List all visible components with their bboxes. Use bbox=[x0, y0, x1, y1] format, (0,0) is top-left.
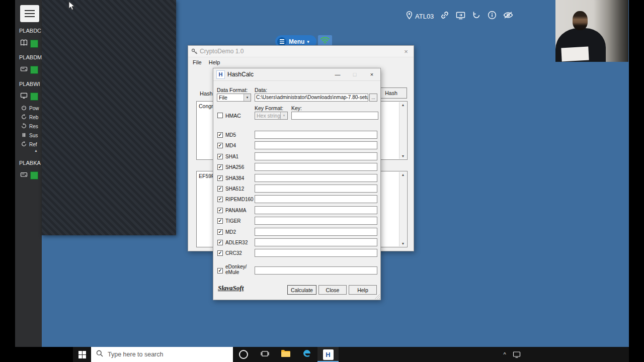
sha256-checkbox[interactable]: ✓ bbox=[217, 164, 223, 170]
tiger-checkbox[interactable]: ✓ bbox=[217, 218, 223, 224]
adler32-checkbox[interactable]: ✓ bbox=[217, 240, 223, 245]
edonkey-result-field[interactable] bbox=[255, 266, 377, 275]
sha384-result-field[interactable] bbox=[255, 174, 377, 182]
action-power[interactable]: Pow bbox=[21, 105, 39, 112]
md4-result-field[interactable] bbox=[255, 141, 377, 149]
minimize-icon[interactable]: — bbox=[329, 68, 346, 80]
md2-checkbox[interactable]: ✓ bbox=[217, 229, 223, 235]
edge-button[interactable] bbox=[296, 347, 317, 362]
device-row-plabdm[interactable] bbox=[20, 65, 38, 74]
crc32-checkbox[interactable]: ✓ bbox=[217, 250, 223, 256]
location-indicator: ATL03 bbox=[406, 11, 434, 21]
action-reset[interactable]: Res bbox=[21, 123, 38, 130]
action-refresh[interactable]: Ref bbox=[21, 141, 37, 148]
hash-row: ✓ MD5 bbox=[213, 130, 381, 140]
reconnect-icon[interactable] bbox=[472, 11, 481, 22]
panama-result-field[interactable] bbox=[255, 206, 377, 214]
reset-icon bbox=[21, 123, 27, 130]
close-icon[interactable]: × bbox=[363, 68, 380, 80]
sha1-checkbox[interactable]: ✓ bbox=[217, 154, 223, 159]
file-explorer-button[interactable] bbox=[275, 347, 296, 362]
chevron-down-icon[interactable]: ▾ bbox=[244, 94, 251, 101]
ripemd160-result-field[interactable] bbox=[255, 195, 377, 203]
hashcalc-taskbar-button[interactable]: H bbox=[317, 347, 339, 362]
hmac-checkbox[interactable] bbox=[217, 113, 223, 118]
edge-icon bbox=[302, 348, 312, 360]
close-button[interactable]: Close bbox=[318, 285, 347, 295]
windows-logo-icon bbox=[78, 351, 86, 358]
data-format-select[interactable]: File ▾ bbox=[217, 94, 251, 102]
scroll-up-icon[interactable]: ▲ bbox=[401, 103, 405, 107]
scroll-down-icon[interactable]: ▼ bbox=[401, 242, 405, 245]
link-icon[interactable] bbox=[440, 11, 449, 22]
browse-button[interactable]: ... bbox=[369, 94, 377, 102]
device-row-plabwi[interactable] bbox=[20, 92, 38, 101]
sha384-checkbox[interactable]: ✓ bbox=[217, 175, 223, 181]
tray-chevron-icon[interactable]: ^ bbox=[499, 351, 510, 357]
webcam-feed bbox=[555, 0, 628, 62]
key-label: Key: bbox=[291, 105, 302, 111]
suspend-icon bbox=[21, 132, 27, 139]
ripemd160-checkbox[interactable]: ✓ bbox=[217, 197, 223, 202]
cortana-button[interactable] bbox=[233, 347, 254, 362]
calculate-button[interactable]: Calculate bbox=[287, 285, 316, 295]
task-view-button[interactable] bbox=[254, 347, 275, 362]
cryptodemo-titlebar[interactable]: CryptoDemo 1.0 × bbox=[188, 46, 414, 57]
md4-checkbox[interactable]: ✓ bbox=[217, 143, 223, 148]
hash-row: ✓ MD2 bbox=[213, 227, 381, 237]
device-thumbnail[interactable] bbox=[30, 40, 38, 48]
collapse-caret-icon[interactable]: ▲ bbox=[34, 149, 38, 152]
hash-row: ✓ SHA384 bbox=[213, 173, 381, 184]
algorithm-label: SHA384 bbox=[225, 175, 244, 181]
sha512-result-field[interactable] bbox=[255, 185, 377, 193]
menu-help[interactable]: Help bbox=[205, 58, 224, 66]
device-label-plabdc: PLABDC bbox=[19, 28, 41, 34]
display-tray-icon[interactable] bbox=[510, 351, 523, 358]
scroll-up-icon[interactable]: ▲ bbox=[401, 173, 405, 176]
resize-grip[interactable] bbox=[374, 293, 380, 299]
sha1-result-field[interactable] bbox=[255, 152, 377, 160]
panama-checkbox[interactable]: ✓ bbox=[217, 208, 223, 213]
hash-row: ✓ MD4 bbox=[213, 140, 381, 151]
key-format-select: Hex string ▾ bbox=[255, 112, 288, 120]
scrollbar[interactable]: ▲▼ bbox=[399, 102, 407, 159]
algorithm-label: SHA256 bbox=[225, 164, 244, 170]
crc32-result-field[interactable] bbox=[255, 249, 377, 257]
md5-result-field[interactable] bbox=[255, 131, 377, 139]
md2-result-field[interactable] bbox=[255, 228, 377, 236]
device-thumbnail[interactable] bbox=[30, 66, 38, 74]
device-row-plabdc[interactable] bbox=[20, 39, 38, 48]
location-pin-icon bbox=[406, 11, 413, 21]
device-thumbnail[interactable] bbox=[30, 171, 38, 179]
drive-icon bbox=[20, 171, 28, 180]
lab-toolbar: ATL03 bbox=[406, 10, 513, 23]
maximize-icon: □ bbox=[346, 68, 363, 80]
data-input[interactable]: C:\Users\administrator\Downloads\nmap-7.… bbox=[255, 94, 368, 102]
sha512-checkbox[interactable]: ✓ bbox=[217, 186, 223, 192]
adler32-result-field[interactable] bbox=[255, 238, 377, 246]
taskbar-search[interactable] bbox=[91, 347, 233, 362]
scrollbar[interactable]: ▲▼ bbox=[399, 172, 407, 246]
hashcalc-titlebar[interactable]: H HashCalc — □ × bbox=[213, 68, 380, 81]
info-icon[interactable] bbox=[488, 11, 497, 22]
action-reboot[interactable]: Reb bbox=[21, 114, 38, 121]
action-suspend[interactable]: Sus bbox=[21, 132, 38, 139]
cryptodemo-menubar: File Help bbox=[188, 57, 414, 67]
help-button[interactable]: Help bbox=[349, 285, 377, 295]
md5-checkbox[interactable]: ✓ bbox=[217, 132, 223, 138]
sidebar-menu-button[interactable] bbox=[20, 5, 39, 22]
monitor-icon bbox=[20, 92, 28, 101]
power-icon bbox=[21, 105, 27, 112]
close-icon[interactable]: × bbox=[398, 48, 414, 55]
scroll-down-icon[interactable]: ▼ bbox=[401, 154, 405, 158]
edonkey-checkbox[interactable]: ✓ bbox=[217, 268, 223, 274]
tiger-result-field[interactable] bbox=[255, 217, 377, 225]
device-thumbnail[interactable] bbox=[30, 93, 38, 101]
sha256-result-field[interactable] bbox=[255, 163, 377, 171]
screen-share-icon[interactable] bbox=[456, 11, 465, 22]
menu-file[interactable]: File bbox=[189, 58, 205, 66]
search-input[interactable] bbox=[107, 350, 224, 358]
eye-off-icon[interactable] bbox=[503, 11, 513, 21]
start-button[interactable] bbox=[73, 347, 91, 362]
device-row-plabka[interactable] bbox=[20, 171, 38, 180]
